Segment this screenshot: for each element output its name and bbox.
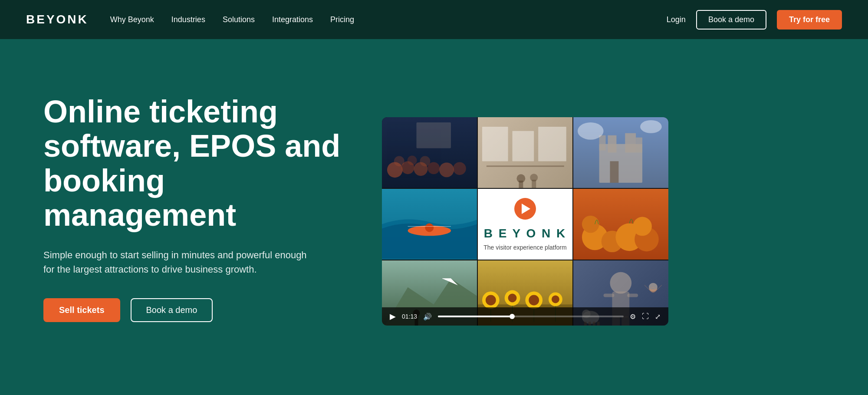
svg-rect-9 [417,122,451,148]
progress-fill [438,316,512,317]
book-demo-hero-button[interactable]: Book a demo [131,298,213,322]
video-time: 01:13 [402,313,417,320]
svg-rect-11 [512,131,534,161]
photo-pumpkin [573,189,668,260]
photo-crowd [382,117,477,188]
svg-point-24 [578,122,604,140]
center-tagline: The visitor experience platform [483,244,566,251]
expand-icon[interactable]: ⤢ [655,313,661,321]
logo[interactable]: BEYONK [26,13,89,26]
svg-rect-23 [610,161,619,183]
video-play-button[interactable]: ▶ [390,312,396,321]
svg-point-41 [508,294,516,303]
login-button[interactable]: Login [667,15,686,24]
hero-section: Online ticketing software, EPOS and book… [0,39,868,395]
play-icon [522,204,530,214]
video-center-cell: B E Y O N K The visitor experience platf… [478,189,573,260]
photo-kayak [382,189,477,260]
progress-thumb [510,314,515,319]
photo-gallery [478,117,573,188]
hero-title: Online ticketing software, EPOS and book… [43,95,347,232]
hero-buttons: Sell tickets Book a demo [43,298,347,322]
book-demo-nav-button[interactable]: Book a demo [696,10,766,30]
svg-point-34 [633,217,652,236]
svg-rect-21 [599,135,606,151]
svg-rect-19 [608,135,617,153]
nav-right: Login Book a demo Try for free [667,10,842,30]
try-free-button[interactable]: Try for free [777,10,842,30]
svg-rect-12 [538,127,566,161]
photo-grid: B E Y O N K The visitor experience platf… [382,117,668,326]
sell-tickets-button[interactable]: Sell tickets [43,298,120,322]
nav-links: Why Beyonk Industries Solutions Integrat… [110,15,354,24]
svg-rect-20 [625,133,636,153]
svg-point-5 [453,162,466,175]
video-progress[interactable] [438,316,624,317]
settings-icon[interactable]: ⚙ [630,313,636,321]
nav-link-why-beyonk[interactable]: Why Beyonk [110,15,154,24]
hero-left: Online ticketing software, EPOS and book… [43,95,347,348]
hero-right: B E Y O N K The visitor experience platf… [382,117,686,326]
play-button[interactable] [514,198,536,220]
svg-rect-13 [487,165,564,167]
svg-point-7 [408,155,417,165]
svg-point-43 [529,295,539,306]
svg-point-46 [610,272,632,294]
svg-point-27 [425,224,434,232]
photo-castle [573,117,668,188]
volume-button[interactable]: 🔊 [423,313,432,321]
navigation: BEYONK Why Beyonk Industries Solutions I… [0,0,868,39]
hero-subtitle: Simple enough to start selling in minute… [43,248,312,276]
svg-rect-22 [636,138,642,153]
svg-rect-17 [532,180,536,188]
fullscreen-icon[interactable]: ⛶ [642,313,649,320]
svg-point-45 [552,296,559,303]
svg-point-6 [394,156,404,166]
svg-rect-49 [628,294,638,297]
nav-left: BEYONK Why Beyonk Industries Solutions I… [26,13,354,26]
svg-rect-48 [604,294,615,297]
svg-rect-10 [482,127,508,161]
nav-link-integrations[interactable]: Integrations [272,15,313,24]
video-controls: ▶ 01:13 🔊 ⚙ ⛶ ⤢ [382,307,668,326]
svg-rect-15 [519,181,523,188]
video-container[interactable]: B E Y O N K The visitor experience platf… [382,117,668,326]
nav-link-solutions[interactable]: Solutions [223,15,255,24]
svg-point-4 [439,162,454,177]
svg-point-8 [420,156,430,166]
svg-point-33 [582,216,599,233]
svg-point-25 [640,120,662,133]
nav-link-pricing[interactable]: Pricing [330,15,354,24]
svg-point-39 [486,295,496,306]
nav-link-industries[interactable]: Industries [171,15,205,24]
center-logo: B E Y O N K [484,227,567,240]
